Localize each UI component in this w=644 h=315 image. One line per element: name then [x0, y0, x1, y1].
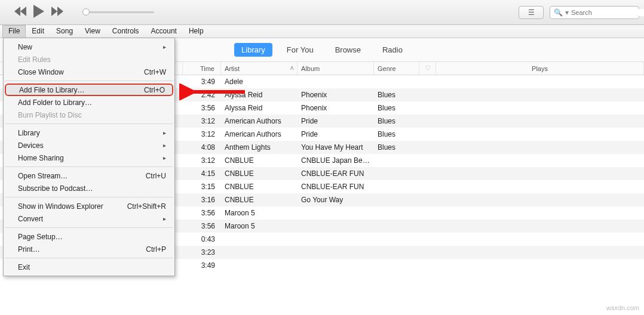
cell-artist: Alyssa Reid [221, 104, 298, 112]
cell-artist: CNBLUE [221, 169, 298, 178]
menu-edit[interactable]: Edit [26, 25, 50, 38]
cell-time: 3:23 [183, 248, 221, 257]
cell-artist: Maroon 5 [221, 222, 298, 230]
cell-album: CNBLUE-EAR FUN [298, 169, 374, 178]
menu-item-page-setup[interactable]: Page Setup… [4, 230, 174, 243]
list-view-button[interactable]: ☰ [519, 6, 544, 19]
cell-artist: American Authors [221, 117, 298, 125]
menu-item-exit[interactable]: Exit [4, 261, 174, 273]
cell-time: 3:16 [183, 196, 221, 204]
next-track-button[interactable] [51, 7, 65, 18]
column-album[interactable]: Album [298, 62, 374, 75]
cell-time: 0:43 [183, 235, 221, 243]
volume-slider[interactable] [82, 11, 154, 13]
cell-time: 3:56 [183, 209, 221, 217]
sort-asc-icon: ᐱ [290, 66, 293, 71]
cell-album: Pride [298, 130, 374, 138]
cell-time: 3:12 [183, 156, 221, 165]
menu-item-open-stream[interactable]: Open Stream…Ctrl+U [4, 169, 174, 182]
menu-item-convert[interactable]: Convert [4, 212, 174, 225]
cell-time: 3:56 [183, 222, 221, 230]
cell-artist: American Authors [221, 130, 298, 138]
menu-item-print[interactable]: Print…Ctrl+P [4, 243, 174, 255]
cell-genre: Blues [374, 117, 419, 125]
menu-item-add-folder-to-library[interactable]: Add Folder to Library… [4, 96, 174, 109]
play-button[interactable] [33, 5, 45, 20]
menu-item-show-in-windows-explorer[interactable]: Show in Windows ExplorerCtrl+Shift+R [4, 200, 174, 212]
cell-album: CNBLUE Japan Best… [298, 156, 374, 165]
cell-artist: CNBLUE [221, 183, 298, 191]
cell-album: Phoenix [298, 104, 374, 112]
menu-help[interactable]: Help [183, 25, 210, 38]
cell-artist: Maroon 5 [221, 209, 298, 217]
menu-item-burn-playlist-to-disc: Burn Playlist to Disc [4, 109, 174, 121]
menu-item-devices[interactable]: Devices [4, 139, 174, 152]
cell-artist: CNBLUE [221, 156, 298, 165]
menu-item-new[interactable]: New [4, 41, 174, 53]
cell-genre: Blues [374, 91, 419, 99]
column-genre[interactable]: Genre [374, 62, 419, 75]
cell-time: 4:08 [183, 143, 221, 152]
player-toolbar: ☰ 🔍 ▾ [0, 0, 644, 25]
cell-time: 3:12 [183, 117, 221, 125]
cell-genre: Blues [374, 143, 419, 152]
menu-item-subscribe-to-podcast[interactable]: Subscribe to Podcast… [4, 182, 174, 194]
menu-song[interactable]: Song [50, 25, 79, 38]
menu-file[interactable]: File [2, 25, 26, 38]
previous-track-button[interactable] [14, 7, 27, 18]
cell-genre: Blues [374, 104, 419, 112]
cell-time: 4:15 [183, 169, 221, 178]
file-menu-dropdown: NewEdit RulesClose WindowCtrl+WAdd File … [3, 38, 175, 276]
column-plays[interactable]: Plays [436, 62, 644, 75]
cell-album: Pride [298, 117, 374, 125]
column-favorite[interactable]: ♡ [419, 62, 436, 75]
tab-for-you[interactable]: For You [280, 43, 321, 57]
cell-artist: CNBLUE [221, 196, 298, 204]
menu-controls[interactable]: Controls [106, 25, 145, 38]
cell-time: 3:15 [183, 183, 221, 191]
tab-browse[interactable]: Browse [328, 43, 368, 57]
menu-item-home-sharing[interactable]: Home Sharing [4, 152, 174, 164]
cell-album: CNBLUE-EAR FUN [298, 183, 374, 191]
annotation-arrow-icon [179, 84, 251, 100]
column-time[interactable]: Time [183, 62, 221, 75]
search-chevron-icon: ▾ [565, 8, 569, 17]
search-box[interactable]: 🔍 ▾ [550, 6, 639, 19]
menu-item-library[interactable]: Library [4, 126, 174, 139]
cell-album: Go Your Way [298, 196, 374, 204]
menu-item-add-file-to-library[interactable]: Add File to Library…Ctrl+O [5, 84, 173, 96]
tab-library[interactable]: Library [234, 43, 272, 57]
cell-time: 3:12 [183, 130, 221, 138]
cell-artist: Anthem Lights [221, 143, 298, 152]
column-artist[interactable]: Artistᐱ [221, 62, 298, 75]
cell-album: You Have My Heart [298, 143, 374, 152]
search-input[interactable] [571, 9, 644, 16]
cell-time: 3:49 [183, 261, 221, 270]
cell-genre: Blues [374, 130, 419, 138]
menu-account[interactable]: Account [145, 25, 183, 38]
menu-item-close-window[interactable]: Close WindowCtrl+W [4, 66, 174, 78]
menu-view[interactable]: View [79, 25, 106, 38]
tab-radio[interactable]: Radio [375, 43, 410, 57]
watermark: wsxdn.com [606, 304, 639, 311]
menu-item-edit-rules: Edit Rules [4, 53, 174, 66]
search-icon: 🔍 [554, 8, 563, 17]
menu-bar: FileEditSongViewControlsAccountHelp [0, 25, 644, 38]
cell-album: Phoenix [298, 91, 374, 99]
cell-time: 3:56 [183, 104, 221, 112]
